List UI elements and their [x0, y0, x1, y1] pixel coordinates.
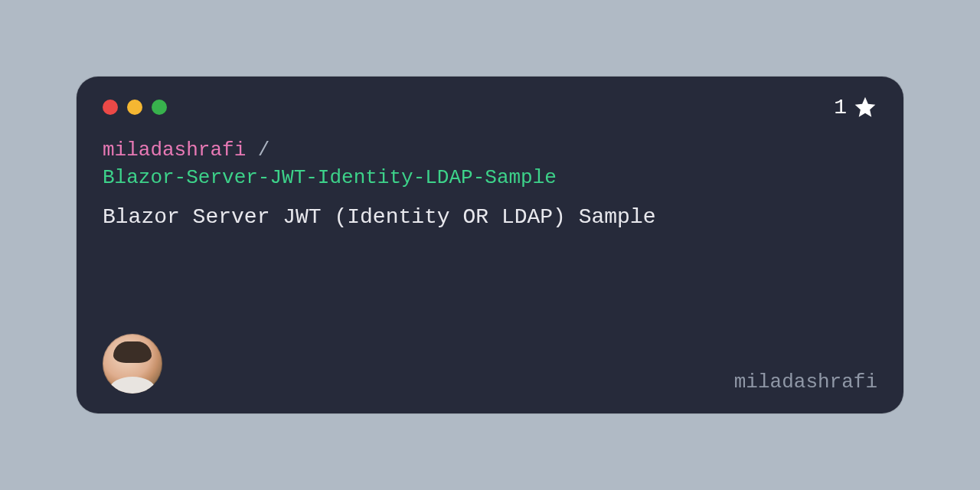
minimize-icon	[127, 100, 142, 115]
repo-path: miladashrafi / Blazor-Server-JWT-Identit…	[103, 136, 877, 192]
repo-name[interactable]: Blazor-Server-JWT-Identity-LDAP-Sample	[103, 166, 557, 189]
close-icon	[103, 100, 118, 115]
window-controls	[103, 100, 877, 115]
repo-description: Blazor Server JWT (Identity OR LDAP) Sam…	[103, 203, 877, 232]
username-label: miladashrafi	[734, 371, 877, 394]
star-icon	[853, 95, 877, 119]
repo-card: 1 miladashrafi / Blazor-Server-JWT-Ident…	[77, 77, 903, 413]
avatar[interactable]	[103, 334, 162, 394]
repo-owner[interactable]: miladashrafi	[103, 139, 246, 162]
star-value: 1	[834, 96, 847, 119]
path-separator: /	[246, 139, 270, 162]
star-count: 1	[834, 95, 877, 119]
maximize-icon	[152, 100, 167, 115]
